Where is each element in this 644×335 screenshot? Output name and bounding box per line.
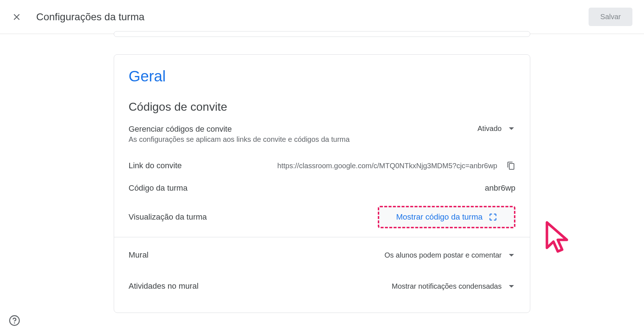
content-area: Geral Códigos de convite Gerenciar códig… xyxy=(0,34,644,313)
mural-dropdown[interactable]: Os alunos podem postar e comentar xyxy=(384,251,515,259)
help-icon[interactable] xyxy=(9,315,20,326)
fullscreen-icon xyxy=(489,213,497,221)
page-header: Configurações da turma Salvar xyxy=(0,0,644,34)
close-icon[interactable] xyxy=(12,12,22,22)
show-class-code-button[interactable]: Mostrar código da turma xyxy=(378,206,515,228)
class-code-value: anbr6wp xyxy=(485,183,515,193)
manage-codes-setting: Gerenciar códigos de convite As configur… xyxy=(129,124,515,144)
manage-codes-desc: As configurações se aplicam aos links de… xyxy=(129,135,350,144)
bottom-section: Mural Os alunos podem postar e comentar … xyxy=(129,237,515,291)
chevron-down-icon xyxy=(509,127,514,130)
chevron-down-icon xyxy=(509,285,514,288)
manage-codes-text: Gerenciar códigos de convite As configur… xyxy=(129,124,350,144)
card-container: Geral Códigos de convite Gerenciar códig… xyxy=(114,34,530,313)
previous-card-stub xyxy=(114,31,530,37)
invite-codes-title: Códigos de convite xyxy=(129,100,515,114)
class-view-row: Visualização da turma Mostrar código da … xyxy=(129,206,515,228)
mural-row: Mural Os alunos podem postar e comentar xyxy=(129,250,515,260)
section-title: Geral xyxy=(129,68,515,85)
dropdown-value: Os alunos podem postar e comentar xyxy=(384,251,502,259)
chevron-down-icon xyxy=(509,254,514,256)
invite-link-value: https://classroom.google.com/c/MTQ0NTkxN… xyxy=(277,162,497,170)
page-title: Configurações da turma xyxy=(36,11,145,23)
svg-point-1 xyxy=(14,322,15,323)
dropdown-value: Mostrar notificações condensadas xyxy=(392,282,502,291)
manage-codes-label: Gerenciar códigos de convite xyxy=(129,124,350,134)
activities-label: Atividades no mural xyxy=(129,281,198,291)
dropdown-value: Ativado xyxy=(477,124,502,133)
header-left: Configurações da turma xyxy=(12,11,145,23)
class-code-row: Código da turma anbr6wp xyxy=(129,183,515,193)
copy-icon[interactable] xyxy=(507,161,515,170)
show-code-text: Mostrar código da turma xyxy=(396,212,482,222)
activities-row: Atividades no mural Mostrar notificações… xyxy=(129,281,515,291)
manage-codes-dropdown[interactable]: Ativado xyxy=(477,124,515,133)
mural-label: Mural xyxy=(129,250,149,260)
class-code-label: Código da turma xyxy=(129,183,188,193)
invite-link-row: Link do convite https://classroom.google… xyxy=(129,161,515,170)
save-button[interactable]: Salvar xyxy=(589,8,632,26)
invite-link-value-container: https://classroom.google.com/c/MTQ0NTkxN… xyxy=(277,161,515,170)
class-view-label: Visualização da turma xyxy=(129,212,207,222)
general-settings-card: Geral Códigos de convite Gerenciar códig… xyxy=(114,54,530,313)
invite-link-label: Link do convite xyxy=(129,161,182,170)
activities-dropdown[interactable]: Mostrar notificações condensadas xyxy=(392,282,516,291)
